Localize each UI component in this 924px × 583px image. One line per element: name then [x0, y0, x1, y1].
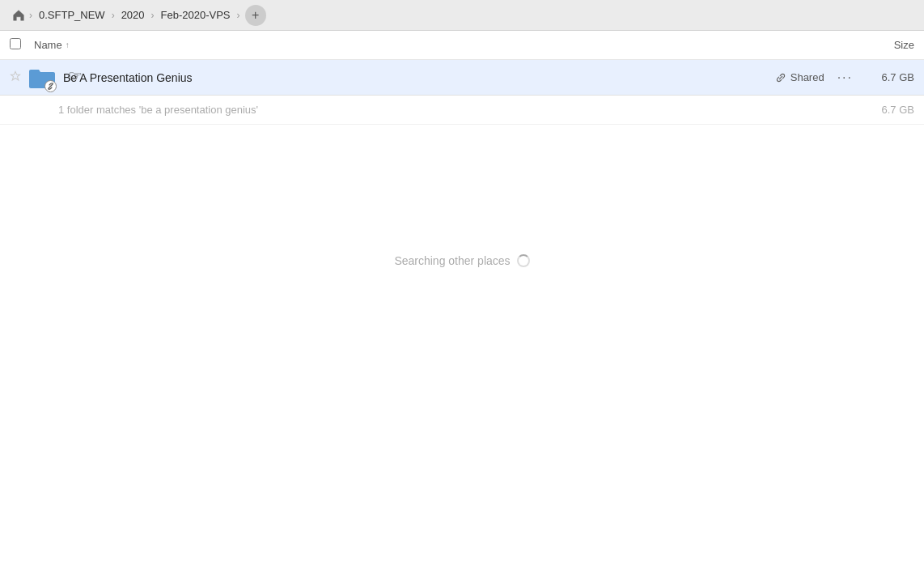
- shared-badge: Shared: [774, 71, 824, 84]
- loading-spinner: [517, 254, 530, 267]
- match-text: 1 folder matches 'be a presentation geni…: [58, 104, 882, 116]
- list-header: Name ↑ Size: [0, 31, 924, 60]
- table-row[interactable]: ☞ Be A Presentation Genius: [0, 60, 924, 96]
- breadcrumb-item-3[interactable]: Feb-2020-VPS: [156, 7, 235, 23]
- name-column-header[interactable]: Name ↑: [34, 39, 850, 51]
- content-area: Name ↑ Size ☞: [0, 31, 924, 583]
- header-checkbox-col: [10, 38, 34, 52]
- link-badge-icon: [45, 80, 57, 92]
- breadcrumb: › 0.SFTP_NEW › 2020 › Feb-2020-VPS › +: [10, 5, 266, 26]
- more-options-button[interactable]: ···: [834, 67, 856, 88]
- file-icon: [28, 63, 57, 92]
- star-icon[interactable]: [10, 70, 28, 84]
- searching-text: Searching other places: [394, 254, 510, 267]
- file-name-label: Be A Presentation Genius: [63, 71, 774, 84]
- match-info-row: 1 folder matches 'be a presentation geni…: [0, 96, 924, 125]
- shared-label: Shared: [790, 71, 824, 83]
- toolbar: › 0.SFTP_NEW › 2020 › Feb-2020-VPS › +: [0, 0, 924, 31]
- breadcrumb-item-1[interactable]: 0.SFTP_NEW: [34, 7, 110, 23]
- add-button[interactable]: +: [245, 5, 266, 26]
- breadcrumb-sep-4: ›: [237, 10, 240, 21]
- home-icon[interactable]: [10, 6, 28, 24]
- file-size-label: 6.7 GB: [866, 71, 914, 83]
- sort-arrow-icon: ↑: [66, 40, 70, 49]
- searching-area: Searching other places: [0, 125, 924, 397]
- breadcrumb-item-2[interactable]: 2020: [117, 7, 150, 23]
- match-size: 6.7 GB: [882, 104, 914, 116]
- breadcrumb-sep-3: ›: [151, 10, 155, 21]
- breadcrumb-sep-2: ›: [112, 10, 115, 21]
- select-all-checkbox[interactable]: [10, 38, 21, 49]
- size-column-header: Size: [850, 39, 914, 51]
- breadcrumb-sep-1: ›: [29, 10, 32, 21]
